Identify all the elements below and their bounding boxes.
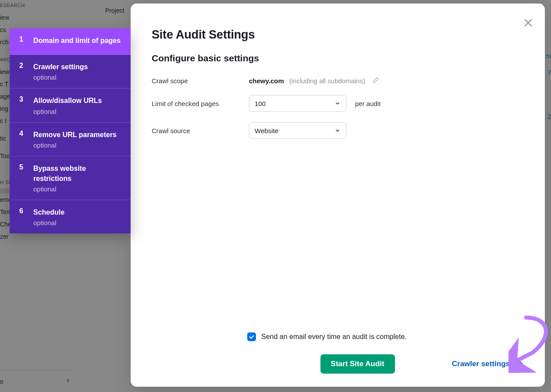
crawl-scope-note: (including all subdomains) (289, 77, 365, 85)
crawl-source-select[interactable]: Website (249, 122, 346, 139)
site-audit-settings-modal: Site Audit Settings Configure basic sett… (131, 4, 545, 387)
crawl-scope-label: Crawl scope (152, 77, 249, 85)
crawl-scope-domain: chewy.com (249, 77, 284, 85)
email-notification-row: Send an email every time an audit is com… (247, 332, 524, 341)
arrow-right-icon (515, 360, 524, 368)
step-number: 3 (19, 95, 25, 115)
email-checkbox[interactable] (247, 332, 256, 341)
limit-select[interactable]: 100 (249, 95, 346, 112)
close-button[interactable] (523, 18, 533, 28)
step-optional: optional (33, 108, 122, 115)
wizard-step-6[interactable]: 6 Schedule optional (10, 200, 131, 233)
wizard-step-4[interactable]: 4 Remove URL parameters optional (10, 123, 131, 156)
step-optional: optional (33, 74, 122, 81)
wizard-step-2[interactable]: 2 Crawler settings optional (10, 55, 131, 88)
step-number: 1 (19, 35, 25, 47)
email-checkbox-label: Send an email every time an audit is com… (261, 333, 407, 341)
step-title: Allow/disallow URLs (33, 95, 122, 106)
limit-suffix: per audit (355, 100, 380, 107)
limit-row: Limit of checked pages 100 per audit (152, 95, 524, 112)
crawl-source-row: Crawl source Website (152, 122, 524, 139)
crawl-source-label: Crawl source (152, 127, 249, 134)
step-optional: optional (33, 141, 122, 149)
limit-label: Limit of checked pages (152, 100, 249, 107)
step-title: Remove URL parameters (33, 130, 122, 140)
modal-title: Site Audit Settings (152, 28, 524, 42)
limit-select-value: 100 (255, 100, 266, 107)
step-number: 2 (19, 62, 25, 81)
chevron-down-icon (334, 100, 341, 106)
step-number: 5 (19, 163, 25, 193)
step-title: Crawler settings (33, 62, 122, 72)
step-optional: optional (33, 185, 122, 193)
next-link-label: Crawler settings (452, 360, 510, 368)
wizard-step-5[interactable]: 5 Bypass website restrictions optional (10, 156, 131, 200)
start-site-audit-button[interactable]: Start Site Audit (320, 354, 395, 374)
step-title: Bypass website restrictions (33, 163, 122, 184)
chevron-down-icon (334, 127, 341, 134)
step-optional: optional (33, 219, 122, 226)
wizard-step-3[interactable]: 3 Allow/disallow URLs optional (10, 88, 131, 122)
pencil-icon[interactable] (371, 77, 379, 85)
wizard-steps-sidebar: 1 Domain and limit of pages 2 Crawler se… (10, 28, 131, 233)
crawl-scope-row: Crawl scope chewy.com (including all sub… (152, 77, 524, 85)
step-number: 6 (19, 207, 25, 226)
crawl-source-value: Website (255, 127, 278, 134)
step-number: 4 (19, 130, 25, 149)
step-title: Domain and limit of pages (33, 35, 122, 46)
step-title: Schedule (33, 207, 122, 217)
wizard-step-1[interactable]: 1 Domain and limit of pages (10, 28, 131, 55)
modal-subtitle: Configure basic settings (152, 53, 524, 64)
crawler-settings-link[interactable]: Crawler settings (452, 360, 524, 368)
